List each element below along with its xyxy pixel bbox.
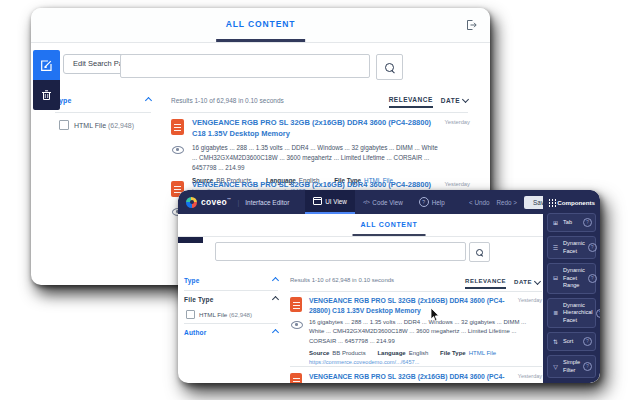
search-page-tab-bar: ALL CONTENT — [31, 8, 490, 43]
facet-type-header[interactable]: Type — [184, 277, 278, 284]
quick-view-icon[interactable] — [291, 315, 303, 333]
edit-toolbar — [33, 50, 60, 110]
results-summary: Results 1-10 of 62,948 in 0.10 seconds — [171, 97, 284, 104]
result-date: Yesterday — [518, 297, 542, 303]
chevron-up-icon — [145, 97, 152, 104]
facet-value-html-file[interactable]: HTML File (62,948) — [186, 310, 252, 319]
simple-filter-icon: ▽ — [551, 364, 560, 370]
code-view-icon: </> — [363, 199, 369, 205]
component-sort[interactable]: ⇅ Sort ? — [547, 332, 596, 351]
grid-icon — [549, 199, 550, 201]
edit-page-button[interactable] — [33, 50, 60, 80]
results-divider — [171, 112, 468, 113]
result-item: VENGEANCE RGB PRO SL 32GB (2x16GB) DDR4 … — [290, 296, 542, 365]
results-divider — [290, 291, 542, 292]
result-excerpt: 16 gigabytes ... 288 ... 1.35 volts ... … — [309, 318, 542, 346]
tab-component-icon: ⊞ — [551, 220, 560, 226]
result-excerpt: 16 gigabytes ... 288 ... 1.35 volts ... … — [192, 143, 470, 172]
sort-bar: RELEVANCE DATE — [465, 278, 540, 289]
result-url[interactable]: https://commerce.coveodemo.com/.../6457.… — [309, 359, 542, 365]
app-title: Interface Editor — [245, 199, 289, 206]
sort-date[interactable]: DATE — [441, 97, 468, 107]
results-summary: Results 1-10 of 62,948 in 0.10 seconds — [290, 277, 394, 283]
components-header: Components — [543, 190, 600, 213]
facet-type-header[interactable]: Type — [55, 97, 151, 104]
facet-value-label: HTML File (62,948) — [199, 311, 252, 318]
facet-divider — [55, 112, 151, 113]
redo-button[interactable]: Redo > — [497, 199, 517, 206]
facet-divider — [184, 290, 278, 291]
component-dynamic-facet-range[interactable]: ⊟ Dynamic Facet Range ? — [547, 263, 596, 294]
tab-help[interactable]: ? Help — [411, 190, 453, 214]
tab-ui-view[interactable]: UI View — [305, 190, 355, 214]
search-button[interactable] — [469, 242, 490, 262]
brand-name: coveo™ — [201, 197, 231, 207]
sort-relevance[interactable]: RELEVANCE — [389, 96, 433, 108]
html-file-checkbox[interactable] — [59, 120, 69, 130]
components-list: ⊞ Tab ? ☰ Dynamic Facet ? ⊟ Dynamic Face… — [543, 213, 600, 378]
html-file-checkbox[interactable] — [186, 310, 195, 319]
sort-date[interactable]: DATE — [514, 279, 540, 289]
coveo-logo-icon — [186, 197, 197, 208]
delete-page-button[interactable] — [33, 80, 60, 110]
dynamic-facet-icon: ☰ — [551, 245, 560, 251]
facet-file-type-header[interactable]: File Type — [184, 296, 278, 303]
trash-icon — [41, 89, 52, 101]
quick-view-icon[interactable] — [172, 140, 184, 158]
sort-relevance[interactable]: RELEVANCE — [465, 278, 506, 289]
sort-component-icon: ⇅ — [551, 339, 560, 345]
component-dynamic-hierarchical-facet[interactable]: ≣ Dynamic Hierarchical Facet ? — [547, 298, 596, 329]
result-title[interactable]: VENGEANCE RGB PRO SL 32GB (2x16GB) DDR4 … — [309, 296, 542, 315]
component-help-icon[interactable]: ? — [583, 218, 592, 227]
tab-all-content[interactable]: ALL CONTENT — [216, 8, 306, 42]
sort-bar: RELEVANCE DATE — [389, 96, 468, 108]
html-file-icon — [171, 119, 184, 135]
chevron-down-icon — [534, 277, 541, 284]
component-help-icon[interactable]: ? — [596, 309, 600, 318]
result-item: VENGEANCE RGB PRO SL 32GB (2x16GB) DDR4 … — [290, 372, 542, 383]
component-help-icon[interactable]: ? — [588, 274, 597, 283]
chevron-down-icon — [462, 96, 469, 103]
result-date: Yesterday — [518, 373, 542, 379]
search-input[interactable] — [120, 54, 370, 78]
screenshot-stage: ALL CONTENT Edit Search Page — [0, 0, 640, 400]
components-title: Components — [557, 199, 595, 206]
facet-divider — [184, 323, 278, 324]
chevron-up-icon — [272, 329, 279, 336]
chevron-up-icon — [272, 277, 279, 284]
results-divider — [290, 366, 542, 367]
dynamic-hierarchical-facet-icon: ≣ — [551, 310, 560, 316]
tab-code-view[interactable]: </> Code View — [355, 190, 411, 214]
component-help-icon[interactable]: ? — [583, 362, 592, 371]
dynamic-facet-range-icon: ⊟ — [551, 275, 560, 281]
component-simple-filter[interactable]: ▽ Simple Filter ? — [547, 355, 596, 378]
html-file-icon — [290, 297, 302, 312]
exit-icon[interactable] — [465, 19, 477, 31]
component-dynamic-facet[interactable]: ☰ Dynamic Facet ? — [547, 236, 596, 259]
file-type-link[interactable]: HTML File — [469, 350, 496, 356]
help-icon: ? — [419, 197, 429, 207]
search-input[interactable] — [215, 242, 466, 261]
search-button[interactable] — [376, 54, 403, 80]
chevron-up-icon — [272, 296, 279, 303]
view-switcher: UI View </> Code View ? Help — [305, 190, 452, 214]
result-title[interactable]: VENGEANCE RGB PRO SL 32GB (2x16GB) DDR4 … — [192, 118, 470, 139]
interface-editor-window: coveo™ | Interface Editor UI View </> Co… — [178, 190, 600, 383]
facet-value-html-file[interactable]: HTML File (62,948) — [59, 120, 134, 130]
facet-value-label: HTML File (62,948) — [74, 122, 134, 129]
edit-pencil-icon — [40, 59, 53, 72]
editor-tab-bar: ALL CONTENT — [178, 214, 543, 237]
ui-view-icon — [313, 197, 322, 205]
mouse-cursor — [430, 308, 440, 322]
component-tab[interactable]: ⊞ Tab ? — [547, 213, 596, 232]
components-panel: Components ⊞ Tab ? ☰ Dynamic Facet ? ⊟ D… — [543, 190, 600, 383]
html-file-icon — [290, 373, 302, 383]
component-help-icon[interactable]: ? — [588, 243, 597, 252]
result-title[interactable]: VENGEANCE RGB PRO SL 32GB (2x16GB) DDR4 … — [309, 372, 542, 383]
undo-button[interactable]: < Undo — [469, 199, 489, 206]
result-date: Yesterday — [444, 181, 470, 187]
tab-all-content[interactable]: ALL CONTENT — [353, 214, 426, 236]
editor-header: coveo™ | Interface Editor UI View </> Co… — [178, 190, 600, 214]
component-help-icon[interactable]: ? — [583, 337, 592, 346]
facet-author-header[interactable]: Author — [184, 329, 278, 336]
